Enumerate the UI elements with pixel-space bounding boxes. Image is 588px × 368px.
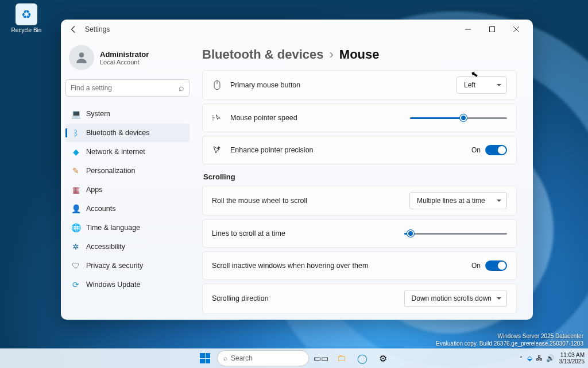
nav-label: Windows Update [86, 281, 141, 289]
nav-label: Personalization [86, 167, 135, 175]
enhance-precision-state: On [471, 146, 481, 154]
breadcrumb: Bluetooth & devices › Mouse [202, 47, 517, 62]
svg-point-2 [79, 52, 84, 57]
search-icon: ⌕ [223, 354, 227, 362]
nav-label: Network & internet [86, 148, 145, 156]
mouse-icon [212, 80, 222, 90]
minimize-button[interactable] [456, 21, 480, 37]
nav-item-accessibility[interactable]: ✲Accessibility [65, 237, 189, 256]
pointer-speed-row: Mouse pointer speed [203, 104, 516, 132]
scroll-inactive-row: Scroll inactive windows when hovering ov… [203, 252, 516, 279]
nav-item-system[interactable]: 💻System [65, 105, 189, 123]
nav-item-personalization[interactable]: ✎Personalization [65, 162, 189, 180]
scroll-inactive-state: On [471, 262, 481, 270]
taskbar-search[interactable]: ⌕ Search [217, 350, 309, 366]
edge-icon: ◯ [357, 353, 368, 364]
nav-label: Apps [86, 186, 103, 194]
nav-item-network[interactable]: ◆Network & internet [65, 143, 189, 161]
windows-logo-icon [200, 353, 210, 363]
taskbar: ⌕ Search ▭▭ 🗀 ◯ ⚙ ˄ ⬙ 🖧 🔊 11:03 AM 3/13/… [0, 348, 588, 368]
edge-button[interactable]: ◯ [354, 350, 371, 367]
accounts-icon: 👤 [71, 204, 80, 213]
scrolling-section-title: Scrolling [203, 172, 517, 181]
time-icon: 🌐 [71, 223, 80, 232]
tray-security-icon[interactable]: ⬙ [527, 354, 532, 362]
close-icon [513, 26, 519, 32]
breadcrumb-parent[interactable]: Bluetooth & devices [202, 47, 323, 62]
tray-network-icon[interactable]: 🖧 [536, 354, 543, 362]
scroll-inactive-toggle[interactable] [485, 260, 507, 271]
nav-label: Time & language [86, 224, 140, 232]
network-icon: ◆ [71, 147, 80, 156]
back-arrow-icon [69, 25, 78, 33]
pointer-speed-slider[interactable] [410, 112, 507, 124]
privacy-icon: 🛡 [71, 261, 80, 270]
nav-list: 💻SystemᛒBluetooth & devices◆Network & in… [65, 105, 189, 294]
recycle-bin-label: Recycle Bin [9, 27, 44, 33]
primary-button-select[interactable]: Left [457, 76, 507, 94]
chevron-up-icon[interactable]: ˄ [520, 355, 523, 362]
maximize-button[interactable] [480, 21, 504, 37]
apps-icon: ▦ [71, 185, 80, 194]
minimize-icon [465, 26, 471, 32]
settings-search[interactable]: ⌕ [65, 79, 189, 97]
nav-label: Privacy & security [86, 262, 143, 270]
primary-mouse-button-row: Primary mouse button Left [203, 71, 516, 99]
system-icon: 💻 [71, 109, 80, 118]
nav-item-time[interactable]: 🌐Time & language [65, 218, 189, 237]
accessibility-icon: ✲ [71, 242, 80, 251]
wheel-scroll-select[interactable]: Multiple lines at a time [409, 192, 507, 209]
start-button[interactable] [196, 350, 214, 367]
window-title: Settings [85, 25, 110, 33]
nav-label: Accessibility [86, 243, 125, 251]
taskbar-clock[interactable]: 11:03 AM 3/13/2025 [559, 352, 585, 365]
chevron-right-icon: › [329, 47, 333, 62]
pointer-speed-icon [212, 113, 222, 123]
account-block[interactable]: Administrator Local Account [65, 41, 189, 76]
watermark: Windows Server 2025 Datacenter Evaluatio… [436, 333, 583, 347]
enhance-precision-row: Enhance pointer precision On [203, 136, 516, 164]
update-icon: ⟳ [71, 280, 80, 289]
bluetooth-icon: ᛒ [71, 128, 80, 137]
account-subtitle: Local Account [100, 59, 149, 66]
recycle-bin-icon [16, 3, 37, 25]
sidebar: Administrator Local Account ⌕ 💻SystemᛒBl… [61, 39, 194, 320]
task-view-button[interactable]: ▭▭ [312, 350, 330, 367]
folder-icon: 🗀 [337, 353, 346, 363]
nav-item-accounts[interactable]: 👤Accounts [65, 200, 189, 218]
settings-window: Settings Administrator Local Account ⌕ [61, 20, 533, 320]
settings-search-input[interactable] [71, 84, 175, 92]
scroll-direction-row: Scrolling direction Down motion scrolls … [203, 284, 516, 313]
main-content: Bluetooth & devices › Mouse Primary mous… [194, 39, 533, 320]
nav-item-bluetooth[interactable]: ᛒBluetooth & devices [65, 124, 189, 142]
settings-taskbar-button[interactable]: ⚙ [374, 350, 392, 367]
personalization-icon: ✎ [71, 166, 80, 175]
file-explorer-button[interactable]: 🗀 [333, 350, 350, 367]
avatar-icon [69, 45, 94, 70]
account-name: Administrator [100, 50, 149, 59]
breadcrumb-current: Mouse [339, 47, 380, 62]
lines-to-scroll-slider[interactable] [404, 228, 507, 239]
nav-item-update[interactable]: ⟳Windows Update [65, 275, 189, 294]
nav-item-privacy[interactable]: 🛡Privacy & security [65, 256, 189, 275]
lines-to-scroll-row: Lines to scroll at a time [203, 220, 516, 247]
wheel-scroll-row: Roll the mouse wheel to scroll Multiple … [203, 186, 516, 215]
pointer-precision-icon [212, 145, 222, 155]
titlebar: Settings [61, 20, 533, 39]
close-button[interactable] [504, 21, 528, 37]
recycle-bin[interactable]: Recycle Bin [9, 3, 44, 33]
task-view-icon: ▭▭ [314, 354, 328, 363]
enhance-precision-toggle[interactable] [485, 145, 507, 155]
svg-rect-1 [490, 27, 495, 32]
nav-item-apps[interactable]: ▦Apps [65, 181, 189, 199]
taskbar-search-placeholder: Search [231, 354, 253, 362]
back-button[interactable] [65, 21, 82, 37]
nav-label: Accounts [86, 205, 115, 213]
nav-label: System [86, 110, 110, 118]
maximize-icon [489, 26, 495, 32]
nav-label: Bluetooth & devices [86, 129, 150, 137]
search-icon: ⌕ [179, 83, 184, 93]
gear-icon: ⚙ [379, 353, 387, 364]
scroll-direction-select[interactable]: Down motion scrolls down [404, 290, 507, 307]
tray-sound-icon[interactable]: 🔊 [546, 354, 555, 362]
